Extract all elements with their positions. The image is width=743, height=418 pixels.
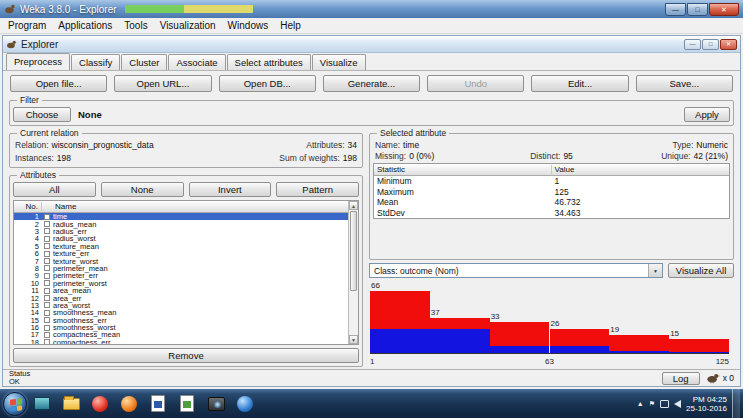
edit-button[interactable]: Edit... [531,75,628,92]
titlebar[interactable]: Weka 3.8.0 - Explorer — □ ✕ [0,0,743,18]
column-no: No. [14,202,42,211]
attribute-checkbox[interactable] [44,295,50,301]
chevron-down-icon[interactable]: ▼ [648,264,662,277]
open-file-button[interactable]: Open file... [10,75,107,92]
class-panel: Class: outcome (Nom) ▼ Visualize All [369,263,734,278]
stat-name: Mean [374,197,552,207]
save-button[interactable]: Save... [636,75,733,92]
histogram-bar-red [550,329,610,347]
attributes-scrollbar[interactable]: ▲ ▼ [348,201,358,344]
attribute-checkbox[interactable] [44,339,50,344]
attribute-checkbox[interactable] [44,317,50,323]
start-button[interactable] [3,392,27,416]
volume-icon[interactable] [674,400,681,408]
attribute-number: 18 [14,338,42,344]
remove-button[interactable]: Remove [13,348,359,363]
attribute-checkbox[interactable] [44,243,50,249]
attribute-checkbox[interactable] [44,258,50,264]
notepad-icon[interactable] [176,393,198,415]
class-attribute-dropdown[interactable]: Class: outcome (Nom) ▼ [369,263,663,278]
network-icon[interactable] [660,400,669,408]
scroll-down-icon[interactable]: ▼ [349,335,358,344]
attribute-checkbox[interactable] [44,221,50,227]
menu-applications[interactable]: Applications [52,19,118,32]
attribute-checkbox[interactable] [44,228,50,234]
explorer-frame-titlebar[interactable]: Explorer — □ ✕ [3,36,740,53]
remote-window-icon[interactable] [31,393,53,415]
weka-window: Weka 3.8.0 - Explorer — □ ✕ Program Appl… [0,0,743,389]
firefox-icon[interactable] [118,393,140,415]
folder-explorer-icon[interactable] [60,393,82,415]
all-button[interactable]: All [13,182,96,197]
tab-classify[interactable]: Classify [71,54,120,70]
generate-button[interactable]: Generate... [323,75,420,92]
tab-select-attributes[interactable]: Select attributes [227,54,311,70]
attribute-checkbox[interactable] [44,302,50,308]
histogram-bar-red [370,291,430,329]
open-url-button[interactable]: Open URL... [114,75,211,92]
instances-count: Instances:198 [15,153,279,163]
menu-tools[interactable]: Tools [118,19,153,32]
menu-help[interactable]: Help [274,19,307,32]
attribute-checkbox[interactable] [44,251,50,257]
column-value: Value [552,165,730,174]
open-db-button[interactable]: Open DB... [219,75,316,92]
attribute-checkbox[interactable] [44,288,50,294]
windows-logo-icon [10,398,22,411]
tab-cluster[interactable]: Cluster [121,54,167,70]
apply-filter-button[interactable]: Apply [684,107,730,122]
pattern-button[interactable]: Pattern [276,182,359,197]
log-button[interactable]: Log [662,372,700,385]
frame-minimize-button[interactable]: — [684,39,701,50]
choose-filter-button[interactable]: Choose [13,107,71,122]
menu-program[interactable]: Program [2,19,52,32]
browser-icon[interactable] [234,393,256,415]
stat-value: 125 [552,187,730,197]
attribute-checkbox[interactable] [44,265,50,271]
maximize-button[interactable]: □ [687,3,708,16]
opera-icon[interactable] [89,393,111,415]
minimize-button[interactable]: — [665,3,686,16]
frame-maximize-button[interactable]: □ [702,39,719,50]
system-tray: ▲ ⚑ PM 04:25 25-10-2016 [637,389,740,418]
attribute-checkbox[interactable] [44,273,50,279]
attributes-table-header: No. Name [14,201,348,213]
attribute-checkbox[interactable] [44,214,50,220]
attribute-rows: 1time2radius_mean3radius_err4radius_wors… [14,213,348,344]
histogram-bar-red [669,339,729,352]
scrollbar-thumb[interactable] [350,211,357,291]
missing-field: Missing:0 (0%) [375,151,493,161]
media-recorder-icon[interactable] [205,393,227,415]
close-button[interactable]: ✕ [709,3,739,16]
histogram-bars: 663733261915 [370,281,729,354]
frame-close-button[interactable]: ✕ [720,39,737,50]
tab-associate[interactable]: Associate [168,54,225,70]
action-center-flag-icon[interactable]: ⚑ [649,400,655,408]
scroll-up-icon[interactable]: ▲ [349,201,358,210]
histogram-bar-blue [609,351,669,353]
selected-attribute-label: Selected attribute [377,128,449,138]
attribute-checkbox[interactable] [44,325,50,331]
x-tick-max: 125 [716,357,729,366]
current-relation-group: Current relation Relation:wisconsin_prog… [9,128,363,168]
attribute-checkbox[interactable] [44,310,50,316]
stat-name: Maximum [374,187,552,197]
current-filter-value: None [76,109,679,120]
menu-windows[interactable]: Windows [222,19,275,32]
none-button[interactable]: None [101,182,184,197]
statistics-table-header: Statistic Value [374,164,729,176]
taskbar-clock[interactable]: PM 04:25 25-10-2016 [686,395,727,413]
attribute-checkbox[interactable] [44,332,50,338]
visualize-all-button[interactable]: Visualize All [668,263,734,278]
tray-expand-icon[interactable]: ▲ [637,400,644,407]
show-desktop-button[interactable] [732,389,740,418]
tab-preprocess[interactable]: Preprocess [6,53,70,70]
current-relation-label: Current relation [17,128,82,138]
tab-visualize[interactable]: Visualize [312,54,366,70]
attribute-row[interactable]: 18compactness_err [14,339,348,344]
menu-visualization[interactable]: Visualization [154,19,222,32]
invert-button[interactable]: Invert [189,182,272,197]
attribute-checkbox[interactable] [44,280,50,286]
attribute-checkbox[interactable] [44,236,50,242]
word-document-icon[interactable] [147,393,169,415]
